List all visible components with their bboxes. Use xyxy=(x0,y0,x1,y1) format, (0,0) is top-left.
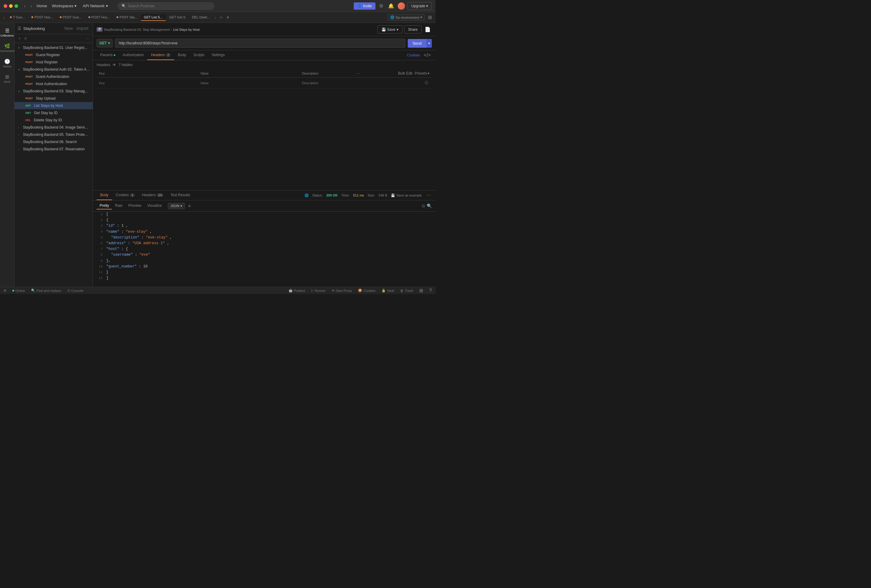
collection-item-2[interactable]: ▾ StayBooking Backend Auth 02. Token Aut… xyxy=(15,66,93,73)
list-item[interactable]: DEL Delete Stay by ID xyxy=(15,117,93,124)
layout-button[interactable]: ⊞ xyxy=(2,289,7,292)
import-button[interactable]: Import xyxy=(75,25,90,31)
minimize-button[interactable] xyxy=(9,4,13,8)
send-button[interactable]: Send xyxy=(408,39,427,48)
tab-scroll-right[interactable]: › xyxy=(213,14,217,21)
format-tab-raw[interactable]: Raw xyxy=(112,202,125,209)
tab-scripts[interactable]: Scripts xyxy=(190,51,208,60)
sidebar-item-environments[interactable]: 🌿 Environments xyxy=(1,41,14,55)
collection-item-3[interactable]: ▾ StayBooking Backend 03. Stay Manag... xyxy=(15,88,93,95)
tab-scroll-left[interactable]: ‹ xyxy=(2,14,6,21)
collection-item-1[interactable]: ▾ StayBooking Backend 01. User Regist... xyxy=(15,44,93,51)
list-item[interactable]: POST Stay Upload xyxy=(15,95,93,102)
runner-button[interactable]: ▷ Runner xyxy=(310,289,327,292)
layout-icon-button[interactable]: ⊞ xyxy=(427,13,433,21)
search-button[interactable]: 🔍 xyxy=(427,203,432,209)
response-tab-test[interactable]: Test Results xyxy=(167,190,194,200)
value-input[interactable] xyxy=(201,81,297,85)
tab-del-delete[interactable]: DEL Delet... xyxy=(189,14,213,21)
search-input[interactable] xyxy=(128,4,210,8)
format-tab-visualize[interactable]: Visualize xyxy=(144,202,165,209)
more-options-button[interactable]: ··· xyxy=(84,35,90,41)
copy-button[interactable]: ⧉ xyxy=(422,203,425,209)
tab-options-button[interactable]: ▾ xyxy=(225,14,231,21)
api-network-button[interactable]: API Network ▾ xyxy=(80,2,110,9)
collection-item-5[interactable]: › StayBooking Backend 05. Token Prote... xyxy=(15,131,93,138)
tab-post-gue[interactable]: POST Gue... xyxy=(57,14,85,21)
online-status-button[interactable]: Online xyxy=(11,289,26,292)
cookies-button[interactable]: 🍪 Cookies xyxy=(357,289,377,292)
tab-get-stay[interactable]: GET Get S xyxy=(166,14,189,21)
code-icon-button[interactable]: </> xyxy=(422,51,432,59)
tab-post-sta[interactable]: POST Sta... xyxy=(114,14,140,21)
add-collection-button[interactable]: + xyxy=(17,35,22,41)
description-input[interactable] xyxy=(302,81,422,85)
list-item[interactable]: POST Host Authentication xyxy=(15,80,93,88)
save-button[interactable]: 💾 Save ▾ xyxy=(377,25,402,33)
find-replace-button[interactable]: 🔍 Find and replace xyxy=(30,289,63,292)
doc-icon-button[interactable]: 📄 xyxy=(424,25,432,33)
console-button[interactable]: ⊡ Console xyxy=(66,289,84,292)
tab-params[interactable]: Params xyxy=(97,51,119,60)
close-button[interactable] xyxy=(4,4,7,8)
environment-selector[interactable]: 🌐 No environment ▾ xyxy=(388,14,425,21)
back-button[interactable]: ‹ xyxy=(23,3,27,9)
tab-headers[interactable]: Headers 7 xyxy=(147,51,174,60)
vault-button[interactable]: 🔒 Vault xyxy=(380,289,395,292)
collection-item-7[interactable]: › StayBooking Backend 07. Reservation xyxy=(15,145,93,153)
collection-item-6[interactable]: › StayBooking Backend 06. Search xyxy=(15,138,93,145)
key-cell[interactable] xyxy=(97,78,198,88)
response-tab-cookies[interactable]: Cookies 1 xyxy=(112,190,138,200)
forward-button[interactable]: › xyxy=(29,3,33,9)
tab-post-hos2[interactable]: POST Hos... xyxy=(85,14,113,21)
list-item[interactable]: POST Guest Register xyxy=(15,51,93,58)
value-cell[interactable] xyxy=(198,78,299,88)
send-dropdown-button[interactable]: ▾ xyxy=(427,39,432,48)
format-tab-pretty[interactable]: Pretty xyxy=(97,202,112,209)
format-tab-preview[interactable]: Preview xyxy=(125,202,144,209)
help-button[interactable]: ? xyxy=(428,287,433,294)
save-example-button[interactable]: 💾 Save as example xyxy=(391,193,422,197)
home-label[interactable]: Home xyxy=(36,4,47,8)
notifications-button[interactable]: 🔔 xyxy=(387,2,395,10)
description-cell[interactable]: ⓘ xyxy=(299,78,432,88)
response-tab-headers[interactable]: Headers 14 xyxy=(138,190,167,200)
upgrade-button[interactable]: Upgrade ▾ xyxy=(407,2,432,10)
new-collection-button[interactable]: New xyxy=(63,25,74,31)
list-item[interactable]: GET List Stays by Host xyxy=(15,102,93,109)
tab-settings[interactable]: Settings xyxy=(208,51,228,60)
filter-icon-button[interactable]: ≡ xyxy=(187,202,192,209)
more-options-button[interactable]: ··· xyxy=(425,192,432,199)
sidebar-item-collections[interactable]: ☰ Collections xyxy=(1,25,14,40)
bulk-edit-button[interactable]: Bulk Edit xyxy=(398,71,412,75)
grid-button[interactable]: ⊞ xyxy=(418,286,424,294)
invite-button[interactable]: 👤 Invite xyxy=(354,2,376,10)
postbot-button[interactable]: 🤖 Postbot xyxy=(287,289,306,292)
search-bar[interactable]: 🔍 xyxy=(118,2,214,10)
format-type-selector[interactable]: JSON ▾ xyxy=(168,203,185,209)
sidebar-item-mock[interactable]: ⊞ Mock xyxy=(1,72,14,86)
trash-button[interactable]: 🗑 Trash xyxy=(399,289,415,292)
tab-post-hos1[interactable]: POST Hos... xyxy=(28,14,56,21)
maximize-button[interactable] xyxy=(15,4,18,8)
share-button[interactable]: Share xyxy=(404,25,422,33)
key-input[interactable] xyxy=(99,81,196,85)
tab-t-gue[interactable]: T Gue... xyxy=(7,14,28,21)
method-selector[interactable]: GET ▾ xyxy=(97,39,112,47)
workspaces-button[interactable]: Workspaces ▾ xyxy=(49,2,79,9)
sidebar-item-history[interactable]: 🕐 History xyxy=(1,56,14,70)
list-item[interactable]: GET Get Stay by ID xyxy=(15,109,93,117)
filter-button[interactable]: ≡ xyxy=(23,35,28,41)
more-options-button[interactable]: ··· xyxy=(357,71,360,75)
info-icon-button[interactable]: ⓘ xyxy=(424,79,430,87)
start-proxy-button[interactable]: ⊕ Start Proxy xyxy=(331,289,353,292)
list-item[interactable]: POST Host Register xyxy=(15,58,93,66)
add-tab-button[interactable]: + xyxy=(218,14,224,21)
presets-button[interactable]: Presets ▾ xyxy=(415,71,430,75)
response-tab-body[interactable]: Body xyxy=(97,190,112,200)
list-item[interactable]: POST Guest Authentication xyxy=(15,73,93,80)
tab-get-list[interactable]: GET List S... xyxy=(141,14,166,21)
cookies-link[interactable]: Cookies xyxy=(407,53,420,57)
tab-body[interactable]: Body xyxy=(174,51,190,60)
settings-icon-button[interactable]: ⚙ xyxy=(378,2,385,10)
